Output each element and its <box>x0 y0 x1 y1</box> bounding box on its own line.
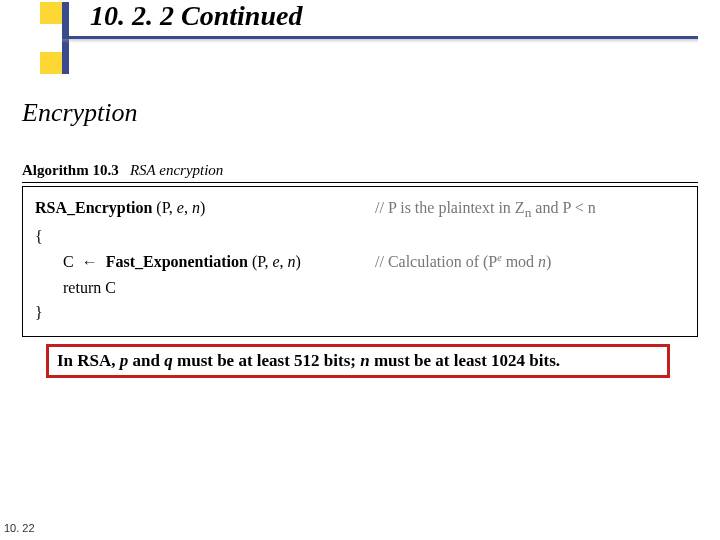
page-number: 10. 22 <box>4 522 35 534</box>
section-heading: Encryption <box>22 98 138 128</box>
algorithm-caption-text: RSA encryption <box>130 162 223 178</box>
fn-name: RSA_Encryption <box>35 199 152 216</box>
note-prefix: In RSA, <box>57 351 120 370</box>
slide-header: 10. 2. 2 Continued <box>0 0 720 70</box>
line1-arrow: ← <box>82 253 98 270</box>
algorithm-label: Algorithm 10.3 <box>22 162 119 178</box>
note-suffix: must be at least 1024 bits. <box>370 351 560 370</box>
decor-square-bottom <box>40 52 62 74</box>
algorithm-signature: RSA_Encryption (P, e, n) <box>35 195 375 224</box>
algorithm-caption-rule <box>22 182 698 183</box>
brace-close: } <box>35 300 685 326</box>
decor-square-top <box>40 2 62 24</box>
line1-comment-prefix: // Calculation of (P <box>375 253 497 270</box>
algorithm-signature-comment: // P is the plaintext in Zn and P < n <box>375 195 596 224</box>
algorithm-line-1: C ← Fast_Exponentiation (P, e, n) // Cal… <box>35 249 685 275</box>
line1-comment-n: n <box>538 253 546 270</box>
note-mid1: and <box>128 351 164 370</box>
note-n: n <box>360 351 369 370</box>
line1-comment-mid: mod <box>502 253 538 270</box>
slide-title: 10. 2. 2 Continued <box>90 0 302 32</box>
algorithm-signature-row: RSA_Encryption (P, e, n) // P is the pla… <box>35 195 685 224</box>
algorithm-line-2: return C <box>35 275 685 301</box>
line1-comment-suffix: ) <box>546 253 551 270</box>
algorithm-line-1-code: C ← Fast_Exponentiation (P, e, n) <box>63 249 375 275</box>
line1-call: Fast_Exponentiation <box>106 253 248 270</box>
note-q: q <box>164 351 173 370</box>
line1-args: (P, e, n) <box>248 253 301 270</box>
algorithm-line-1-comment: // Calculation of (Pe mod n) <box>375 249 551 275</box>
algorithm-caption: Algorithm 10.3 RSA encryption <box>22 162 223 179</box>
comment-suffix: and P < n <box>531 199 595 216</box>
brace-open: { <box>35 224 685 250</box>
title-underline-shadow <box>62 39 698 43</box>
algorithm-box: RSA_Encryption (P, e, n) // P is the pla… <box>22 186 698 337</box>
fn-params: (P, e, n) <box>152 199 205 216</box>
line1-var: C <box>63 253 74 270</box>
note-mid2: must be at least 512 bits; <box>173 351 360 370</box>
highlight-note: In RSA, p and q must be at least 512 bit… <box>46 344 670 378</box>
comment-prefix: // P is the plaintext in Z <box>375 199 525 216</box>
